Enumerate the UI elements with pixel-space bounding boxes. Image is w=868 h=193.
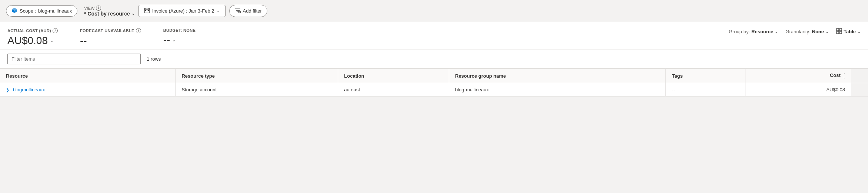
invoice-chevron-icon: ⌄ bbox=[217, 9, 220, 13]
toolbar: Scope : blog-mullineaux VIEW i * Cost by… bbox=[0, 0, 868, 22]
svg-rect-8 bbox=[145, 10, 146, 11]
invoice-button[interactable]: Invoice (Azure) : Jan 3-Feb 2 ⌄ bbox=[138, 5, 226, 17]
actual-cost-value: AU$0.08 ⌄ bbox=[7, 35, 58, 47]
cell-resource: ❯ blogmullineaux bbox=[0, 83, 176, 96]
cell-cost: AU$0.08 bbox=[745, 83, 851, 96]
view-chevron-icon: ⌄ bbox=[131, 11, 135, 16]
filter-plus-icon bbox=[235, 7, 241, 14]
forecast-block: FORECAST UNAVAILABLE i -- bbox=[80, 28, 141, 47]
scope-button[interactable]: Scope : blog-mullineaux bbox=[6, 5, 77, 17]
col-header-resource-group: Resource group name bbox=[449, 69, 666, 83]
budget-chevron-icon[interactable]: ⌄ bbox=[172, 38, 176, 43]
table-row: ❯ blogmullineaux Storage account au east… bbox=[0, 83, 868, 96]
granularity-chevron-icon[interactable]: ⌄ bbox=[825, 29, 829, 34]
filter-row: 1 rows bbox=[0, 50, 868, 68]
view-info-icon: i bbox=[96, 6, 101, 11]
scope-label: Scope : bbox=[20, 8, 36, 14]
group-by-value: Resource bbox=[751, 29, 773, 34]
actual-cost-chevron-icon[interactable]: ⌄ bbox=[50, 38, 53, 43]
cell-tags: -- bbox=[666, 83, 745, 96]
group-by-control: Group by: Resource ⌄ bbox=[729, 29, 778, 34]
sort-desc-icon: ↓ bbox=[844, 76, 845, 79]
col-header-tags: Tags bbox=[666, 69, 745, 83]
forecast-value: -- bbox=[80, 35, 141, 47]
table-view-chevron-icon: ⌄ bbox=[857, 29, 861, 34]
add-filter-button[interactable]: Add filter bbox=[229, 5, 267, 17]
filter-input[interactable] bbox=[7, 54, 141, 64]
svg-rect-20 bbox=[839, 31, 842, 34]
table-grid-icon bbox=[836, 28, 842, 35]
stats-row: ACTUAL COST (AUD) i AU$0.08 ⌄ FORECAST U… bbox=[0, 22, 868, 50]
add-filter-label: Add filter bbox=[243, 8, 262, 14]
col-header-resource: Resource bbox=[0, 69, 176, 83]
rows-count: 1 rows bbox=[147, 56, 161, 62]
scope-value: blog-mullineaux bbox=[38, 8, 72, 14]
svg-rect-6 bbox=[148, 8, 148, 9]
svg-rect-9 bbox=[147, 10, 147, 11]
granularity-label: Granularity: bbox=[785, 29, 810, 34]
budget-block: BUDGET: NONE -- ⌄ bbox=[163, 28, 196, 46]
cost-table: Resource Resource type Location Resource… bbox=[0, 68, 868, 96]
cell-location: au east bbox=[338, 83, 449, 96]
cell-resource-group: blog-mullineaux bbox=[449, 83, 666, 96]
col-header-resource-type: Resource type bbox=[176, 69, 338, 83]
granularity-control: Granularity: None ⌄ bbox=[785, 29, 829, 34]
cube-icon bbox=[11, 7, 17, 14]
group-by-chevron-icon[interactable]: ⌄ bbox=[775, 29, 778, 34]
table-wrapper: Resource Resource type Location Resource… bbox=[0, 68, 868, 96]
col-header-location: Location bbox=[338, 69, 449, 83]
calendar-icon bbox=[144, 7, 150, 14]
svg-rect-18 bbox=[839, 28, 842, 31]
actual-cost-info-icon: i bbox=[53, 28, 58, 33]
resource-link[interactable]: blogmullineaux bbox=[13, 87, 45, 92]
table-header-row: Resource Resource type Location Resource… bbox=[0, 69, 868, 83]
svg-rect-17 bbox=[837, 28, 839, 31]
invoice-label: Invoice (Azure) : Jan 3-Feb 2 bbox=[152, 8, 214, 14]
group-by-label: Group by: bbox=[729, 29, 750, 34]
expand-row-icon[interactable]: ❯ bbox=[6, 88, 9, 92]
scrollbar-col-header bbox=[851, 69, 868, 83]
svg-rect-10 bbox=[148, 10, 149, 11]
actual-cost-block: ACTUAL COST (AUD) i AU$0.08 ⌄ bbox=[7, 28, 58, 47]
view-label: VIEW i bbox=[84, 6, 135, 11]
scrollbar-col-cell bbox=[851, 83, 868, 96]
table-view-label: Table bbox=[844, 29, 856, 34]
view-value-button[interactable]: * Cost by resource ⌄ bbox=[84, 11, 135, 17]
svg-rect-19 bbox=[837, 31, 839, 34]
col-header-cost[interactable]: Cost ↑ ↓ bbox=[745, 69, 851, 83]
table-view-button[interactable]: Table ⌄ bbox=[836, 28, 861, 35]
forecast-label: FORECAST UNAVAILABLE i bbox=[80, 28, 141, 33]
forecast-info-icon: i bbox=[136, 28, 141, 33]
right-controls: Group by: Resource ⌄ Granularity: None ⌄… bbox=[729, 28, 861, 35]
actual-cost-label: ACTUAL COST (AUD) i bbox=[7, 28, 58, 33]
budget-label: BUDGET: NONE bbox=[163, 28, 196, 33]
granularity-value: None bbox=[812, 29, 824, 34]
budget-value: -- ⌄ bbox=[163, 34, 196, 46]
cell-resource-type: Storage account bbox=[176, 83, 338, 96]
view-block: VIEW i * Cost by resource ⌄ bbox=[84, 6, 135, 17]
cost-sort-icons: ↑ ↓ bbox=[844, 72, 845, 79]
svg-rect-5 bbox=[146, 8, 146, 9]
